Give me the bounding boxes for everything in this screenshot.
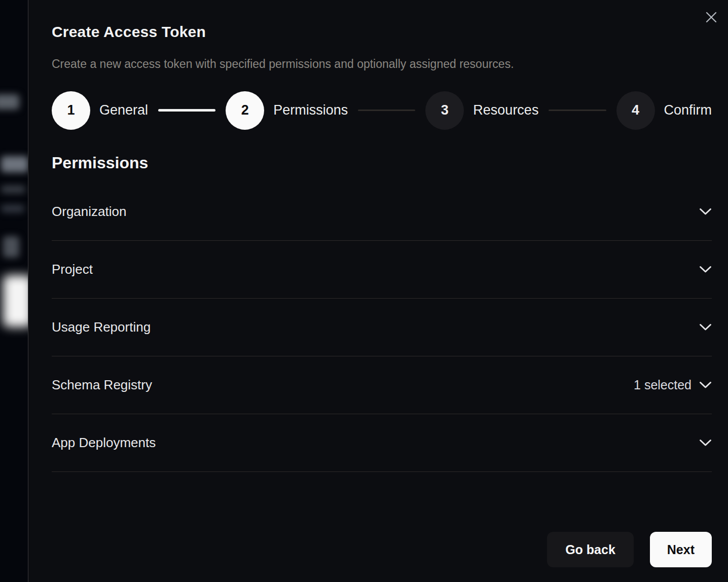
accordion-section-app-deployments[interactable]: App Deployments — [52, 414, 712, 472]
section-label: App Deployments — [52, 435, 156, 451]
next-button[interactable]: Next — [650, 532, 712, 567]
step-label: Permissions — [273, 102, 348, 118]
step-number-badge: 2 — [226, 91, 264, 130]
section-label: Organization — [52, 204, 126, 220]
x-icon — [705, 11, 717, 23]
step-number-badge: 1 — [52, 91, 90, 130]
blurred-background-element — [3, 275, 28, 327]
stepper: 1 General 2 Permissions 3 Resources 4 Co… — [52, 91, 712, 130]
background-page — [0, 0, 28, 582]
step-label: General — [99, 102, 148, 118]
modal-subtitle: Create a new access token with specified… — [52, 57, 712, 71]
blurred-background-element — [0, 94, 19, 110]
chevron-down-icon — [699, 381, 712, 389]
stepper-step-resources[interactable]: 3 Resources — [425, 91, 538, 130]
stepper-connector — [158, 109, 215, 112]
stepper-step-confirm[interactable]: 4 Confirm — [616, 91, 712, 130]
create-access-token-modal: Create Access Token Create a new access … — [28, 0, 728, 582]
stepper-connector — [358, 110, 415, 111]
modal-footer: Go back Next — [547, 532, 712, 567]
section-label: Usage Reporting — [52, 319, 151, 335]
stepper-step-permissions[interactable]: 2 Permissions — [226, 91, 348, 130]
blurred-background-element — [1, 186, 25, 193]
section-label: Schema Registry — [52, 377, 152, 393]
blurred-background-element — [1, 156, 28, 172]
step-label: Confirm — [664, 102, 712, 118]
modal-title: Create Access Token — [52, 0, 712, 41]
go-back-button[interactable]: Go back — [547, 532, 634, 567]
chevron-down-icon — [699, 439, 712, 447]
stepper-step-general[interactable]: 1 General — [52, 91, 148, 130]
chevron-down-icon — [699, 266, 712, 273]
permission-groups: Organization Project — [52, 183, 712, 472]
blurred-background-element — [3, 236, 19, 258]
section-label: Project — [52, 262, 93, 277]
stepper-connector — [549, 110, 606, 111]
accordion-section-schema-registry[interactable]: Schema Registry 1 selected — [52, 356, 712, 414]
blurred-background-element — [1, 205, 24, 212]
accordion-section-project[interactable]: Project — [52, 241, 712, 299]
permissions-heading: Permissions — [52, 153, 712, 172]
step-number-badge: 3 — [425, 91, 464, 130]
chevron-down-icon — [699, 208, 712, 215]
selected-count-badge: 1 selected — [634, 378, 691, 392]
chevron-down-icon — [699, 323, 712, 331]
accordion-section-usage-reporting[interactable]: Usage Reporting — [52, 299, 712, 356]
step-number-badge: 4 — [616, 91, 655, 130]
step-label: Resources — [473, 102, 538, 118]
close-button[interactable] — [703, 9, 719, 25]
accordion-section-organization[interactable]: Organization — [52, 183, 712, 241]
